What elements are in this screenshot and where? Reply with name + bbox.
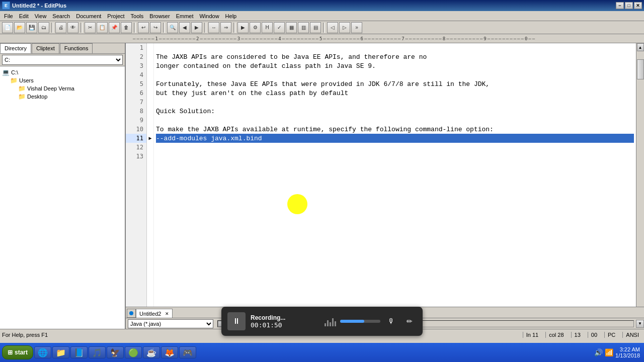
pause-button[interactable]: ⏸ [227,312,246,330]
pen-button[interactable]: ✏ [403,314,417,328]
close-button[interactable]: ✕ [634,2,642,9]
ruler-content: ——————1——————————2——————————3——————————4… [133,36,644,41]
recording-label: Recording... [251,314,319,321]
taskbar-thunder[interactable]: 🦅 [107,346,124,358]
line-num-6: 6 [126,88,146,98]
arrow-10 [147,125,153,134]
code-line-11: --add-modules java.xml.bind [156,134,634,143]
line-num-3: 3 [126,61,146,70]
find-button[interactable]: 🔍 [167,22,178,33]
menu-search[interactable]: Search [49,12,73,20]
print-button[interactable]: 🖨 [55,22,66,33]
toggle-btn[interactable]: ✓ [274,22,285,33]
taskbar-book[interactable]: 📘 [70,346,88,358]
menu-edit[interactable]: Edit [16,12,32,20]
menu-view[interactable]: View [32,12,50,20]
taskbar-folder[interactable]: 📁 [52,346,69,358]
folder-icon-desktop: 📁 [18,93,26,100]
print-preview-button[interactable]: 👁 [67,22,78,33]
box-btn1[interactable]: ▦ [286,22,297,33]
code-line-5: Fortunately, these Java EE APIs that wer… [156,79,634,88]
line-num-9: 9 [126,116,146,125]
winamp-icon: 🎵 [92,348,102,357]
drive-select[interactable]: C: [2,55,123,65]
taskbar-app9[interactable]: 🎮 [179,346,196,358]
line-num-2: 2 [126,52,146,61]
editor-area: 1 2 3 4 5 6 7 8 9 10 11 12 13 [126,43,644,329]
arrow-left-btn[interactable]: ◁ [327,22,338,33]
menu-project[interactable]: Project [104,12,127,20]
line-num-4: 4 [126,70,146,79]
find-prev-button[interactable]: ◀ [179,22,190,33]
taskbar-chrome[interactable]: 🟢 [125,346,142,358]
tree-item-c[interactable]: 💻 C:\ [2,68,123,76]
start-button[interactable]: ⊞ start [2,345,33,359]
menu-help[interactable]: Help [222,12,240,20]
editor-content[interactable]: 1 2 3 4 5 6 7 8 9 10 11 12 13 [126,43,636,307]
cut-button[interactable]: ✂ [85,22,96,33]
goto-button[interactable]: ⇒ [220,22,231,33]
open-button[interactable]: 📂 [14,22,25,33]
taskbar-ie[interactable]: 🌐 [34,346,51,358]
copy-button[interactable]: 📋 [97,22,108,33]
tab-close[interactable]: ✕ [165,311,169,316]
menu-browser[interactable]: Browser [146,12,173,20]
new-button[interactable]: 📄 [2,22,13,33]
mic-button[interactable]: 🎙 [384,314,398,328]
tab-functions[interactable]: Functions [60,43,93,53]
status-num1: 13 [571,332,584,338]
paste-button[interactable]: 📌 [109,22,120,33]
code-area[interactable]: The JAXB APIs are considered to be Java … [154,43,636,307]
menu-document[interactable]: Document [73,12,104,20]
code-line-8: Quick Solution: [156,107,634,116]
undo-button[interactable]: ↩ [138,22,149,33]
menu-file[interactable]: File [1,12,16,20]
language-select[interactable]: Java (*.java) Text C/C++ HTML [128,319,213,328]
recording-controls: 🎙 ✏ [325,314,417,328]
progress-bar [340,320,380,323]
run-button[interactable]: ▶ [237,22,249,33]
arrow-11: ▶ [147,134,153,143]
taskbar-winamp[interactable]: 🎵 [89,346,106,358]
window-title: Untitled2 * - EditPlus [12,3,66,9]
html-btn[interactable]: H [262,22,273,33]
save-button[interactable]: 💾 [26,22,37,33]
arrow-right-btn[interactable]: ▷ [339,22,350,33]
redo-button[interactable]: ↪ [150,22,161,33]
tree-item-vishal[interactable]: 📁 Vishal Deep Verma [2,84,123,93]
scroll-thumb[interactable] [637,59,644,79]
menu-tools[interactable]: Tools [128,12,147,20]
maximize-button[interactable]: □ [625,2,633,9]
clock-time: 3:22 AM [615,346,640,352]
arrow-1 [147,43,153,52]
taskbar-java[interactable]: ☕ [143,346,160,358]
scroll-up-arrow[interactable]: ▲ [637,43,644,51]
minimize-button[interactable]: − [616,2,624,9]
box-btn3[interactable]: ▤ [310,22,321,33]
code-line-9 [156,116,634,125]
tree-item-users[interactable]: 📁 Users [2,76,123,84]
tab-directory[interactable]: Directory [0,43,31,53]
chrome-icon: 🟢 [128,348,138,357]
delete-button[interactable]: 🗑 [121,22,132,33]
tree-item-desktop[interactable]: 📁 Desktop [2,93,123,101]
menu-emmet[interactable]: Emmet [173,12,197,20]
replace-button[interactable]: ↔ [208,22,219,33]
run2-button[interactable]: ⚙ [250,22,261,33]
tab-cliptext[interactable]: Cliptext [32,43,59,53]
scroll-down-arrow[interactable]: ▼ [636,320,644,328]
taskbar-firefox[interactable]: 🦊 [161,346,178,358]
more-btn[interactable]: » [351,22,362,33]
save-all-button[interactable]: 🗂 [38,22,49,33]
menu-window[interactable]: Window [196,12,222,20]
tab-untitled2[interactable]: Untitled2 ✕ [136,309,173,318]
tab-label: Untitled2 [139,311,161,317]
main-area: Directory Cliptext Functions C: 💻 C:\ 📁 … [0,43,644,329]
line-num-13: 13 [126,152,146,161]
box-btn2[interactable]: ▥ [298,22,309,33]
start-icon: ⊞ [8,349,13,356]
find-next-button[interactable]: ▶ [191,22,202,33]
status-encoding: ANSI [622,332,642,338]
vertical-scrollbar[interactable]: ▲ [636,43,644,307]
system-tray: 🔊 📶 3:22 AM 1/13/2018 [594,346,642,358]
